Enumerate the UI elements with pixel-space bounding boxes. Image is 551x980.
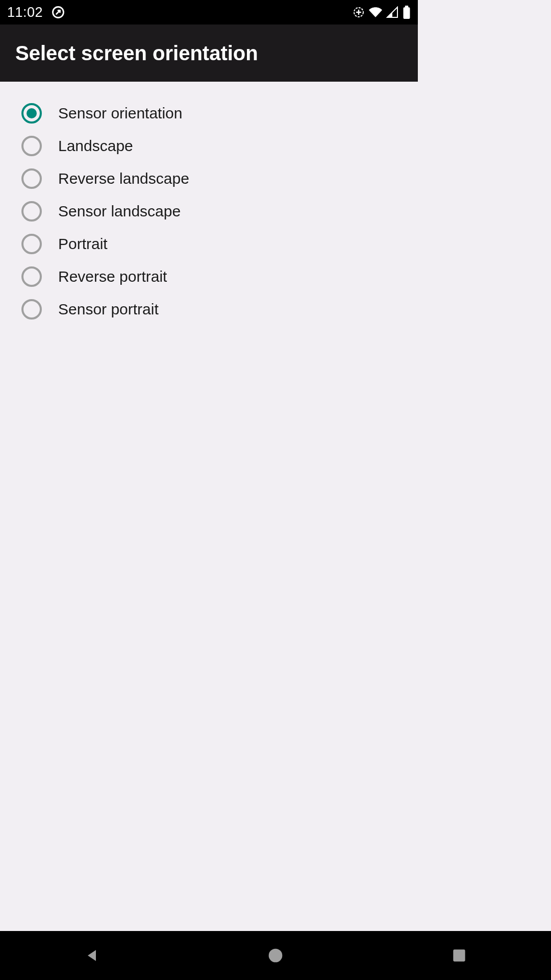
radio-icon — [21, 136, 42, 156]
app-bar: Select screen orientation — [0, 24, 418, 82]
radio-icon — [21, 234, 42, 254]
status-bar: 11:02 — [0, 0, 418, 24]
page-title: Select screen orientation — [15, 42, 258, 65]
radio-label: Reverse landscape — [58, 170, 189, 187]
radio-label: Portrait — [58, 235, 108, 253]
radio-icon — [21, 103, 42, 124]
radio-option-sensor-landscape[interactable]: Sensor landscape — [21, 195, 396, 228]
options-list: Sensor orientation Landscape Reverse lan… — [0, 82, 418, 341]
radio-icon — [21, 168, 42, 189]
radio-option-reverse-portrait[interactable]: Reverse portrait — [21, 260, 396, 293]
radio-icon — [21, 299, 42, 320]
radio-option-sensor-portrait[interactable]: Sensor portrait — [21, 293, 396, 326]
radio-label: Sensor portrait — [58, 301, 159, 318]
radio-label: Sensor landscape — [58, 203, 181, 220]
radio-option-portrait[interactable]: Portrait — [21, 228, 396, 260]
battery-icon — [403, 6, 411, 19]
wifi-icon — [369, 6, 382, 19]
status-left: 11:02 — [7, 5, 65, 20]
data-saver-icon — [353, 6, 365, 18]
radio-option-landscape[interactable]: Landscape — [21, 130, 396, 162]
radio-label: Landscape — [58, 137, 133, 155]
cell-signal-icon — [386, 6, 398, 18]
radio-label: Sensor orientation — [58, 105, 183, 122]
sync-off-icon — [51, 5, 65, 19]
radio-option-reverse-landscape[interactable]: Reverse landscape — [21, 162, 396, 195]
svg-rect-3 — [405, 6, 409, 8]
status-right — [353, 6, 411, 19]
clock: 11:02 — [7, 5, 43, 20]
radio-icon — [21, 201, 42, 222]
radio-icon — [21, 266, 42, 287]
radio-option-sensor-orientation[interactable]: Sensor orientation — [21, 97, 396, 130]
svg-rect-2 — [404, 7, 410, 19]
radio-label: Reverse portrait — [58, 268, 167, 285]
